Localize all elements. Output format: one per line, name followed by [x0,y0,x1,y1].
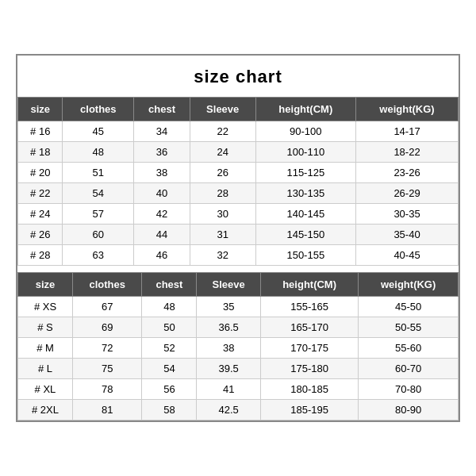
table-cell: 52 [142,338,197,359]
table-cell: 48 [63,142,134,163]
table-cell: 36.5 [197,317,261,338]
column-header: chest [142,273,197,297]
table-cell: 57 [63,204,134,225]
table-cell: 39.5 [197,359,261,379]
table-cell: 35-40 [356,225,459,245]
table-cell: 56 [142,379,197,400]
table-row: # XS674835155-16545-50 [18,297,459,317]
table-cell: 30-35 [356,204,459,225]
table-cell: 185-195 [260,400,358,420]
table-cell: # 28 [18,245,63,266]
table-cell: 31 [190,225,255,245]
table-cell: 63 [63,245,134,266]
column-header: clothes [63,98,134,121]
table-row: # S695036.5165-17050-55 [18,317,459,338]
table-cell: # S [18,317,73,338]
table-cell: 51 [63,163,134,183]
column-header: chest [134,98,190,121]
table-cell: 100-110 [255,142,356,163]
column-header: weight(KG) [356,98,459,121]
table-cell: 80-90 [359,400,459,420]
table-cell: 42 [134,204,190,225]
table-cell: 38 [197,338,261,359]
table-cell: 55-60 [359,338,459,359]
table-cell: 180-185 [260,379,358,400]
table-cell: # 26 [18,225,63,245]
column-header: Sleeve [197,273,261,297]
table-row: # 28634632150-15540-45 [18,245,459,266]
table-cell: 26 [190,163,255,183]
table-cell: 70-80 [359,379,459,400]
table-cell: 165-170 [260,317,358,338]
table-cell: 41 [197,379,261,400]
table-cell: 45 [63,121,134,142]
column-header: weight(KG) [359,273,459,297]
table-row: # 22544028130-13526-29 [18,183,459,204]
size-chart-container: size chart sizeclotheschestSleeveheight(… [16,54,460,422]
column-header: Sleeve [190,98,255,121]
table-cell: 69 [72,317,141,338]
table-cell: 58 [142,400,197,420]
table-cell: 78 [72,379,141,400]
table-cell: 81 [72,400,141,420]
table-cell: 130-135 [255,183,356,204]
table-cell: 24 [190,142,255,163]
table-row: # 18483624100-11018-22 [18,142,459,163]
table-row: # M725238170-17555-60 [18,338,459,359]
column-header: size [18,98,63,121]
table-cell: 26-29 [356,183,459,204]
column-header: clothes [72,273,141,297]
column-header: height(CM) [255,98,356,121]
table-cell: 36 [134,142,190,163]
table-cell: 75 [72,359,141,379]
table-cell: 32 [190,245,255,266]
table-cell: 50-55 [359,317,459,338]
table-cell: # L [18,359,73,379]
table-cell: 46 [134,245,190,266]
table-cell: 22 [190,121,255,142]
table-cell: 14-17 [356,121,459,142]
table-row: # 26604431145-15035-40 [18,225,459,245]
table-cell: 40-45 [356,245,459,266]
size-table-1: sizeclotheschestSleeveheight(CM)weight(K… [17,97,459,266]
table-cell: # M [18,338,73,359]
table-cell: 50 [142,317,197,338]
table-row: # 20513826115-12523-26 [18,163,459,183]
table-cell: 28 [190,183,255,204]
table-cell: 30 [190,204,255,225]
table-cell: 45-50 [359,297,459,317]
table-cell: 48 [142,297,197,317]
table-cell: 145-150 [255,225,356,245]
table-cell: 18-22 [356,142,459,163]
table-cell: 44 [134,225,190,245]
table-cell: 23-26 [356,163,459,183]
table-cell: # 16 [18,121,63,142]
table-cell: # 22 [18,183,63,204]
table-cell: 60 [63,225,134,245]
table-cell: 115-125 [255,163,356,183]
table-cell: 42.5 [197,400,261,420]
table-cell: # 20 [18,163,63,183]
table-row: # 2XL815842.5185-19580-90 [18,400,459,420]
table-cell: # 2XL [18,400,73,420]
table-row: # XL785641180-18570-80 [18,379,459,400]
table-cell: 150-155 [255,245,356,266]
size-table-2: sizeclotheschestSleeveheight(CM)weight(K… [17,272,459,420]
table-cell: 155-165 [260,297,358,317]
table-cell: 140-145 [255,204,356,225]
table-row: # 1645342290-10014-17 [18,121,459,142]
table-cell: 54 [63,183,134,204]
column-header: height(CM) [260,273,358,297]
table-row: # 24574230140-14530-35 [18,204,459,225]
table-cell: # 24 [18,204,63,225]
table-cell: 34 [134,121,190,142]
table-cell: 175-180 [260,359,358,379]
table-cell: 90-100 [255,121,356,142]
table-cell: 40 [134,183,190,204]
table-cell: 60-70 [359,359,459,379]
table-row: # L755439.5175-18060-70 [18,359,459,379]
table-cell: 54 [142,359,197,379]
table-cell: # 18 [18,142,63,163]
column-header: size [18,273,73,297]
table-cell: 38 [134,163,190,183]
